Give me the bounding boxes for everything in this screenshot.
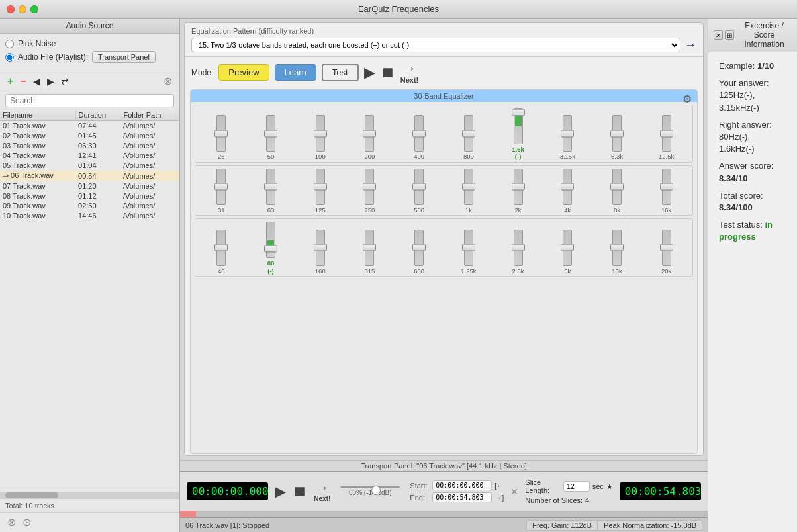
eq-slider-thumb[interactable] — [264, 183, 277, 191]
eq-slider-thumb[interactable] — [462, 244, 475, 251]
table-row[interactable]: 01 Track.wav07:44/Volumes/ — [0, 121, 179, 131]
eq-slider-track[interactable] — [365, 169, 374, 205]
eq-slider-track[interactable] — [464, 115, 473, 152]
eq-slider-thumb[interactable] — [660, 130, 673, 137]
eq-slider-thumb[interactable] — [561, 130, 574, 137]
scrollbar-thumb[interactable] — [5, 492, 58, 498]
eq-slider-thumb[interactable] — [462, 130, 475, 137]
eq-slider-track[interactable] — [612, 230, 622, 266]
pink-noise-label[interactable]: Pink Noise — [18, 39, 56, 48]
eq-stop-button[interactable]: ⏹ — [381, 64, 395, 81]
test-mode-button[interactable]: Test — [322, 64, 359, 81]
eq-slider-track[interactable] — [563, 115, 572, 152]
eq-slider-thumb[interactable] — [660, 244, 673, 251]
eq-slider-track[interactable] — [662, 230, 671, 266]
start-left-button[interactable]: [← — [494, 482, 504, 490]
eq-next-pattern-button[interactable]: → — [684, 38, 696, 52]
audio-file-label[interactable]: Audio File (Playlist): — [18, 52, 88, 62]
preview-mode-button[interactable]: Preview — [218, 64, 269, 81]
window-controls[interactable] — [7, 5, 38, 13]
table-row[interactable]: 02 Track.wav01:45/Volumes/ — [0, 131, 179, 141]
eq-slider-track[interactable] — [662, 115, 671, 152]
eq-slider-thumb[interactable] — [610, 183, 624, 191]
eq-slider-thumb[interactable] — [214, 130, 228, 137]
volume-slider[interactable] — [340, 486, 400, 488]
search-input[interactable] — [5, 94, 174, 107]
start-time-input[interactable] — [432, 480, 492, 490]
eq-slider-thumb[interactable] — [561, 183, 574, 191]
eq-slider-track[interactable] — [216, 230, 226, 266]
eq-slider-thumb[interactable] — [363, 183, 376, 191]
eq-slider-track[interactable] — [316, 115, 325, 152]
learn-mode-button[interactable]: Learn — [275, 64, 316, 81]
table-row[interactable]: 03 Track.wav06:30/Volumes/ — [0, 141, 179, 151]
eq-slider-thumb[interactable] — [314, 183, 327, 191]
eq-slider-track[interactable] — [514, 230, 523, 266]
eq-slider-track[interactable] — [662, 169, 671, 205]
bottom-stop-button[interactable]: ⏹ — [293, 483, 307, 500]
eq-slider-thumb[interactable] — [610, 244, 624, 251]
end-right-button[interactable]: →] — [494, 494, 504, 502]
eq-slider-track[interactable] — [266, 115, 275, 152]
eq-slider-track[interactable] — [216, 169, 226, 205]
prev-track-button[interactable]: ◀ — [31, 75, 42, 87]
add-track-button[interactable]: + — [5, 75, 15, 88]
table-row[interactable]: 10 Track.wav14:46/Volumes/ — [0, 211, 179, 221]
next-button[interactable]: → Next! — [400, 61, 419, 84]
eq-slider-track[interactable] — [266, 222, 275, 258]
audio-file-radio[interactable] — [5, 53, 14, 62]
eq-slider-track[interactable] — [612, 115, 622, 152]
progress-bar[interactable] — [180, 511, 708, 517]
bottom-play-button[interactable]: ▶ — [275, 483, 286, 500]
eq-slider-thumb[interactable] — [363, 244, 376, 251]
table-row[interactable]: 07 Track.wav01:20/Volumes/ — [0, 181, 179, 191]
eq-slider-thumb[interactable] — [512, 109, 525, 116]
maximize-button[interactable] — [30, 5, 38, 13]
eq-slider-track[interactable] — [414, 115, 424, 152]
eq-slider-thumb[interactable] — [264, 130, 277, 137]
eq-slider-track[interactable] — [464, 230, 473, 266]
bottom-settings-button[interactable]: ⊙ — [21, 515, 33, 529]
eq-slider-track[interactable] — [612, 169, 622, 205]
eq-slider-track[interactable] — [563, 169, 572, 205]
eq-slider-track[interactable] — [316, 169, 325, 205]
eq-slider-track[interactable] — [365, 230, 374, 266]
eq-slider-track[interactable] — [365, 115, 374, 152]
eq-slider-thumb[interactable] — [412, 130, 426, 137]
table-row[interactable]: ⇒ 06 Track.wav00:54/Volumes/ — [0, 171, 179, 181]
eq-slider-track[interactable] — [414, 230, 424, 266]
eq-play-button[interactable]: ▶ — [364, 64, 375, 81]
eq-slider-thumb[interactable] — [462, 183, 475, 191]
eq-slider-track[interactable] — [316, 230, 325, 266]
eq-settings-button[interactable]: ⚙ — [682, 93, 692, 105]
eq-slider-track[interactable] — [216, 115, 226, 152]
transport-close-button[interactable]: ✕ — [510, 486, 518, 497]
transport-panel-button[interactable]: Transport Panel — [92, 51, 156, 63]
table-row[interactable]: 09 Track.wav02:50/Volumes/ — [0, 201, 179, 211]
eq-slider-track[interactable] — [563, 230, 572, 266]
eq-slider-thumb[interactable] — [314, 244, 327, 251]
score-close-button[interactable]: ✕ — [714, 30, 723, 40]
bottom-close-button[interactable]: ⊗ — [5, 515, 18, 529]
eq-slider-thumb[interactable] — [512, 183, 525, 191]
slice-length-input[interactable] — [563, 481, 590, 492]
eq-pattern-select[interactable]: 15. Two 1/3-octave bands treated, each o… — [191, 38, 680, 52]
eq-slider-track[interactable] — [464, 169, 473, 205]
close-playlist-button[interactable]: ⊗ — [162, 74, 174, 88]
eq-slider-thumb[interactable] — [363, 130, 376, 137]
next-track-button[interactable]: ▶ — [45, 75, 56, 87]
eq-slider-track[interactable] — [514, 108, 523, 144]
horizontal-scrollbar[interactable] — [0, 492, 179, 498]
end-time-input[interactable] — [432, 492, 492, 502]
eq-slider-track[interactable] — [414, 169, 424, 205]
close-button[interactable] — [7, 5, 15, 13]
eq-slider-track[interactable] — [266, 169, 275, 205]
eq-slider-thumb[interactable] — [264, 245, 277, 252]
eq-slider-track[interactable] — [514, 169, 523, 205]
eq-slider-thumb[interactable] — [412, 244, 426, 251]
eq-slider-thumb[interactable] — [314, 130, 327, 137]
eq-slider-thumb[interactable] — [610, 130, 624, 137]
bottom-next-button[interactable]: → Next! — [314, 481, 330, 502]
minimize-button[interactable] — [19, 5, 26, 13]
table-row[interactable]: 08 Track.wav01:12/Volumes/ — [0, 191, 179, 201]
